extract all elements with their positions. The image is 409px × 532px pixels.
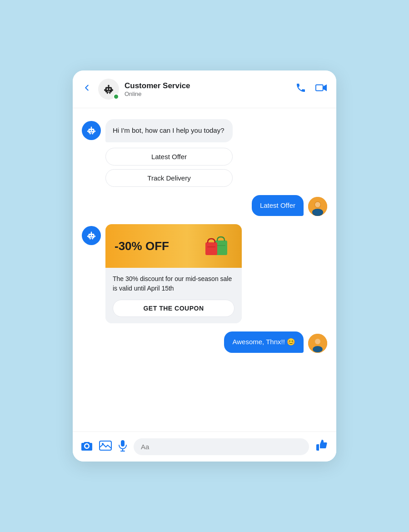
svg-rect-9 (109, 92, 110, 94)
quick-replies: Latest Offer Track Delivery (105, 148, 233, 187)
user-message-row-1: Latest Offer (82, 195, 327, 216)
svg-rect-15 (90, 132, 92, 132)
bot-bubble-group: Hi I'm bot, how can I help you today? La… (105, 119, 233, 187)
video-icon[interactable] (315, 82, 327, 96)
svg-rect-35 (90, 238, 91, 240)
online-indicator (113, 94, 119, 100)
user-bubble-2: Awesome, Thnx!! 😊 (224, 331, 304, 353)
chat-header: Customer Service Online (73, 70, 336, 108)
svg-rect-28 (90, 235, 91, 236)
svg-rect-20 (90, 133, 91, 135)
user-avatar-1 (308, 197, 327, 216)
bot-message-row: Hi I'm bot, how can I help you today? La… (82, 119, 327, 187)
bot-offer-row: -30% OFF The 30% discount for our m (82, 224, 327, 323)
user-avatar-2 (308, 334, 327, 353)
svg-rect-7 (112, 89, 113, 91)
microphone-icon[interactable] (118, 440, 127, 454)
svg-rect-3 (107, 91, 110, 91)
offer-discount: -30% OFF (115, 239, 169, 253)
message-input[interactable] (134, 438, 309, 455)
svg-rect-14 (92, 130, 93, 131)
agent-avatar-wrap (98, 79, 119, 100)
svg-rect-1 (107, 89, 108, 90)
svg-rect-8 (107, 92, 108, 94)
get-coupon-button[interactable]: GET THE COUPON (113, 300, 234, 317)
messages-area: Hi I'm bot, how can I help you today? La… (73, 108, 336, 432)
svg-point-44 (85, 444, 89, 447)
photo-icon[interactable] (99, 441, 112, 453)
phone-icon[interactable] (295, 82, 306, 96)
bot-avatar (82, 121, 101, 140)
svg-marker-11 (323, 85, 327, 91)
svg-point-25 (315, 202, 320, 207)
svg-rect-30 (90, 237, 92, 237)
svg-rect-40 (207, 246, 215, 247)
message-footer (73, 432, 336, 462)
svg-rect-38 (216, 245, 225, 246)
like-icon[interactable] (315, 439, 328, 455)
agent-name: Customer Service (125, 81, 295, 90)
agent-info: Customer Service Online (125, 81, 295, 97)
svg-point-43 (313, 346, 323, 352)
svg-point-5 (108, 85, 110, 87)
user-bubble-1: Latest Offer (252, 195, 304, 216)
header-actions (295, 82, 327, 96)
bot-greeting-bubble: Hi I'm bot, how can I help you today? (105, 119, 233, 142)
agent-status: Online (125, 90, 295, 97)
svg-point-32 (91, 232, 92, 233)
svg-rect-29 (92, 235, 93, 236)
svg-rect-18 (87, 130, 89, 132)
svg-rect-47 (121, 440, 125, 447)
svg-rect-2 (109, 89, 110, 90)
svg-point-17 (91, 127, 92, 128)
camera-icon[interactable] (81, 441, 93, 453)
svg-rect-10 (316, 85, 323, 91)
svg-rect-36 (92, 238, 93, 240)
chat-window: Customer Service Online (73, 70, 336, 462)
svg-rect-19 (95, 130, 96, 132)
latest-offer-btn[interactable]: Latest Offer (105, 148, 233, 166)
svg-point-42 (315, 339, 320, 344)
user-message-row-2: Awesome, Thnx!! 😊 (82, 331, 327, 353)
svg-rect-21 (92, 133, 93, 135)
offer-description: The 30% discount for our mid-season sale… (113, 274, 234, 293)
svg-rect-34 (95, 236, 96, 237)
svg-rect-33 (87, 236, 89, 237)
svg-point-26 (313, 209, 323, 216)
track-delivery-btn[interactable]: Track Delivery (105, 169, 233, 187)
svg-rect-6 (104, 89, 105, 91)
offer-body: The 30% discount for our mid-season sale… (105, 268, 242, 323)
offer-banner: -30% OFF (105, 224, 242, 268)
bot-avatar-2 (82, 226, 101, 245)
shopping-bags-icon (201, 232, 233, 260)
back-button[interactable] (82, 83, 92, 95)
svg-rect-13 (90, 130, 91, 131)
offer-card: -30% OFF The 30% discount for our m (105, 224, 242, 323)
svg-rect-39 (205, 242, 217, 255)
